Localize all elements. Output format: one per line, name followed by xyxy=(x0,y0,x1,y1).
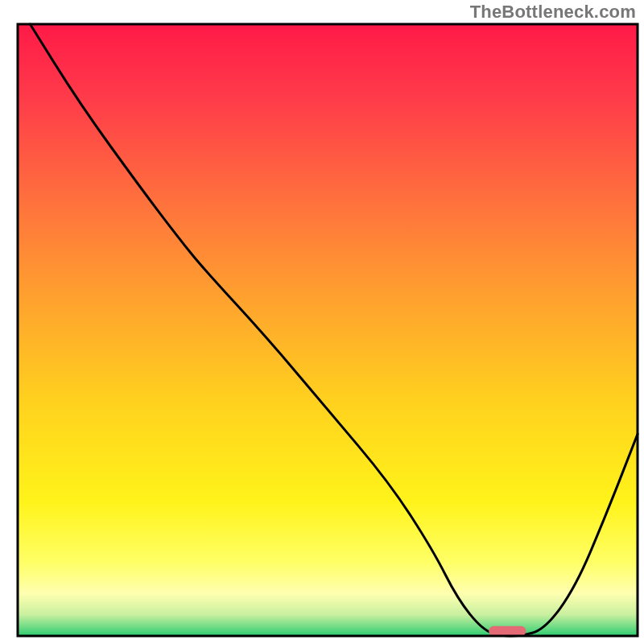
bottleneck-chart xyxy=(0,0,644,644)
watermark-text: TheBottleneck.com xyxy=(470,2,636,23)
chart-container: TheBottleneck.com xyxy=(0,0,644,644)
optimal-range-marker xyxy=(489,626,526,636)
plot-background xyxy=(18,24,638,636)
